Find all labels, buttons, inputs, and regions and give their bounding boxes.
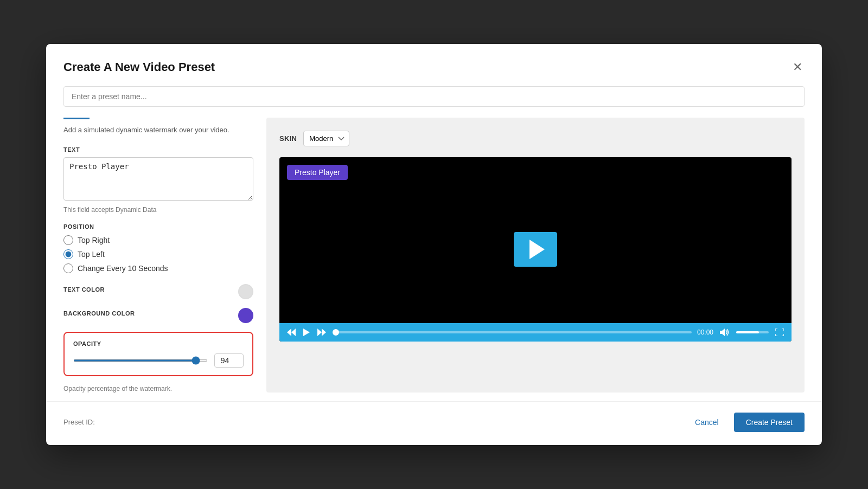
volume-fill xyxy=(736,331,759,333)
text-color-row: TEXT COLOR xyxy=(63,284,253,299)
position-top-right[interactable]: Top Right xyxy=(63,235,253,245)
position-radio-group: Top Right Top Left Change Every 10 Secon… xyxy=(63,235,253,273)
close-button[interactable]: ✕ xyxy=(790,59,805,75)
svg-marker-2 xyxy=(303,329,310,336)
skin-label: SKIN xyxy=(279,134,297,143)
progress-dot xyxy=(333,329,339,336)
rewind-button[interactable] xyxy=(286,327,297,337)
video-container: Presto Player xyxy=(279,157,792,342)
modal-overlay: Create A New Video Preset ✕ Add a simula… xyxy=(0,0,868,489)
position-change-every[interactable]: Change Every 10 Seconds xyxy=(63,263,253,273)
opacity-control xyxy=(73,353,244,368)
svg-marker-5 xyxy=(720,329,725,336)
volume-icon xyxy=(720,329,730,336)
position-top-left[interactable]: Top Left xyxy=(63,249,253,259)
text-hint: This field accepts Dynamic Data xyxy=(63,206,253,214)
text-color-label: TEXT COLOR xyxy=(63,286,105,293)
svg-marker-3 xyxy=(317,329,322,336)
opacity-section: OPACITY xyxy=(63,332,253,376)
opacity-slider[interactable] xyxy=(73,359,208,362)
text-field-label: TEXT xyxy=(63,146,253,153)
modal-dialog: Create A New Video Preset ✕ Add a simula… xyxy=(46,44,822,445)
progress-bar[interactable] xyxy=(333,331,692,333)
cancel-button[interactable]: Cancel xyxy=(686,414,727,431)
preset-id-display: Preset ID: xyxy=(63,418,95,426)
modal-header: Create A New Video Preset ✕ xyxy=(46,44,822,86)
modal-footer: Preset ID: Cancel Create Preset xyxy=(46,401,822,445)
content-area: Add a simulated dynamic watermark over y… xyxy=(63,118,805,393)
section-description: Add a simulated dynamic watermark over y… xyxy=(63,125,253,136)
right-panel: SKIN Modern Classic Minimal Presto Playe… xyxy=(266,118,805,393)
text-color-swatch[interactable] xyxy=(238,284,253,299)
create-preset-button[interactable]: Create Preset xyxy=(734,413,805,432)
position-top-left-label: Top Left xyxy=(78,250,105,259)
play-button-area[interactable] xyxy=(514,232,557,267)
left-panel: Add a simulated dynamic watermark over y… xyxy=(63,118,253,393)
watermark-text-input[interactable]: Presto Player xyxy=(63,157,253,201)
position-top-right-radio[interactable] xyxy=(63,235,73,245)
position-label: POSITION xyxy=(63,223,253,230)
play-icon xyxy=(529,240,545,259)
fast-forward-icon xyxy=(317,329,326,336)
svg-marker-0 xyxy=(287,329,291,336)
opacity-label: OPACITY xyxy=(73,340,244,347)
rewind-icon xyxy=(287,329,296,336)
play-ctrl-icon xyxy=(303,329,310,336)
skin-row: SKIN Modern Classic Minimal xyxy=(279,131,792,146)
fast-forward-button[interactable] xyxy=(316,327,327,337)
position-top-right-label: Top Right xyxy=(78,236,110,244)
section-divider xyxy=(63,118,90,119)
position-change-every-radio[interactable] xyxy=(63,263,73,273)
svg-marker-1 xyxy=(291,329,296,336)
position-change-every-label: Change Every 10 Seconds xyxy=(78,264,168,273)
preset-name-input[interactable] xyxy=(63,86,805,107)
video-controls-bar: 00:00 xyxy=(279,323,792,342)
background-color-label: BACKGROUND COLOR xyxy=(63,310,135,317)
opacity-value-input[interactable] xyxy=(214,353,244,368)
opacity-hint: Opacity percentage of the watermark. xyxy=(63,385,253,393)
background-color-row: BACKGROUND COLOR xyxy=(63,308,253,323)
volume-button[interactable] xyxy=(719,327,731,337)
modal-body: Add a simulated dynamic watermark over y… xyxy=(46,86,822,393)
watermark-badge: Presto Player xyxy=(287,165,348,180)
modal-title: Create A New Video Preset xyxy=(63,60,215,74)
fullscreen-button[interactable] xyxy=(774,327,785,337)
svg-marker-4 xyxy=(322,329,326,336)
time-display: 00:00 xyxy=(697,329,713,336)
skin-select[interactable]: Modern Classic Minimal xyxy=(303,131,349,146)
position-top-left-radio[interactable] xyxy=(63,249,73,259)
volume-bar[interactable] xyxy=(736,331,769,333)
footer-actions: Cancel Create Preset xyxy=(686,413,805,432)
background-color-swatch[interactable] xyxy=(238,308,253,323)
fullscreen-icon xyxy=(775,329,784,336)
play-ctrl-button[interactable] xyxy=(302,327,311,337)
